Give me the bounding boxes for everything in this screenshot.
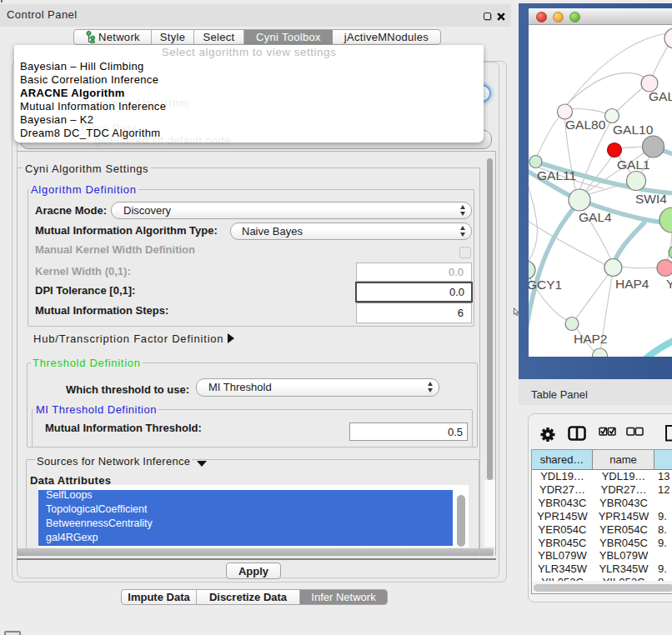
svg-text:GAL80: GAL80 (565, 118, 606, 132)
svg-text:HAP2: HAP2 (574, 332, 608, 346)
svg-text:GAL11: GAL11 (537, 168, 576, 182)
svg-text:GAL4: GAL4 (579, 210, 612, 224)
svg-text:SWI4: SWI4 (635, 192, 667, 206)
svg-text:GAL10: GAL10 (613, 122, 654, 137)
svg-text:GAL1: GAL1 (617, 158, 650, 172)
svg-text:GCY1: GCY1 (529, 278, 562, 292)
svg-text:GAL: GAL (649, 89, 672, 103)
svg-text:Y: Y (666, 277, 672, 291)
svg-text:HAP4: HAP4 (615, 277, 649, 291)
